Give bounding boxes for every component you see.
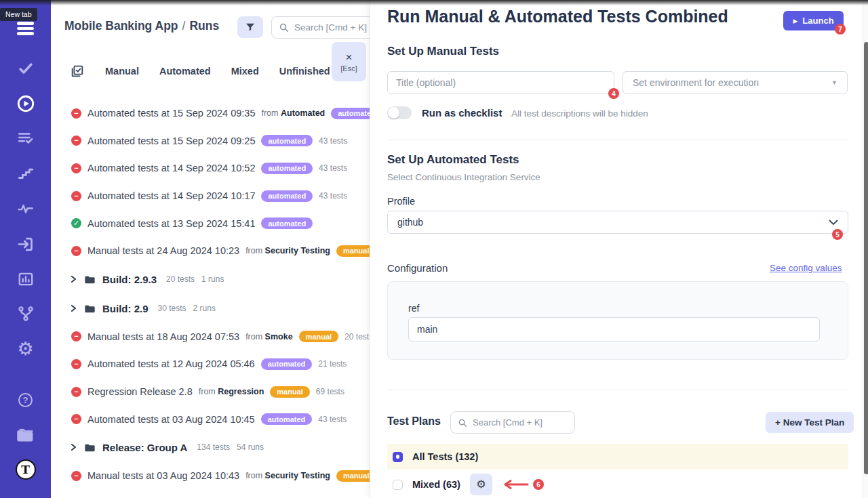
folder-name: Build: 2.9 <box>102 303 149 314</box>
profile-select[interactable]: github <box>387 211 848 234</box>
plan-row-mixed[interactable]: Mixed (63) ⚙ 6 <box>387 472 848 497</box>
run-status-icon: − <box>71 414 81 424</box>
filter-icon <box>245 22 256 33</box>
tab-manual[interactable]: Manual <box>105 66 139 77</box>
chevron-right-icon[interactable] <box>70 275 77 283</box>
annotation-arrow <box>502 480 529 489</box>
run-title: Regression Release 2.8 <box>87 386 193 397</box>
run-type-badge: manual <box>270 386 310 398</box>
run-tests-count: 21 tests <box>318 359 347 369</box>
esc-hint: [Esc] <box>340 64 357 72</box>
breadcrumb-page: Runs <box>189 19 219 33</box>
page-scrollbar[interactable] <box>863 0 868 498</box>
folder-name: Release: Group A <box>102 442 187 453</box>
testomat-logo[interactable]: T <box>0 459 51 480</box>
manual-section-heading: Set Up Manual Tests <box>387 45 499 58</box>
run-tests-count: 43 tests <box>319 136 347 146</box>
folder-tests-count: 20 tests <box>166 274 195 284</box>
menu-icon[interactable] <box>0 20 51 37</box>
folder-runs-count: 2 runs <box>193 304 216 313</box>
folder-icon <box>84 442 96 453</box>
environment-select[interactable]: Set environment for execution ▼ <box>623 71 848 94</box>
plan-row-all-tests[interactable]: All Tests (132) <box>387 444 848 470</box>
mixed-label: Mixed (63) <box>412 479 460 490</box>
tab-mixed[interactable]: Mixed <box>231 66 259 77</box>
run-source: from Security Testing <box>245 471 330 480</box>
run-type-badge: manual <box>299 331 339 342</box>
runs-tabs: Manual Automated Mixed Unfinished <box>70 64 330 79</box>
mixed-checkbox[interactable] <box>393 480 403 490</box>
ref-label: ref <box>408 303 419 314</box>
run-title-input[interactable] <box>387 71 614 94</box>
tab-unfinished[interactable]: Unfinished <box>279 66 330 77</box>
run-tests-count: 43 tests <box>319 191 347 201</box>
run-type-badge: automated <box>261 217 313 229</box>
breadcrumb[interactable]: Mobile Banking App/Runs <box>64 19 219 33</box>
sign-in-icon[interactable] <box>0 235 51 253</box>
checklist-toggle-hint: All test descriptions will be hidden <box>511 108 648 119</box>
divider <box>387 140 848 140</box>
run-type-badge: automated <box>261 135 313 146</box>
run-source: from Security Testing <box>245 246 330 255</box>
check-icon[interactable] <box>0 61 51 76</box>
run-status-icon: − <box>71 108 81 119</box>
chevron-down-icon <box>829 220 838 226</box>
run-status-icon: − <box>71 191 81 201</box>
play-circle-icon[interactable] <box>0 94 51 113</box>
run-title: Automated tests at 15 Sep 2024 09:35 <box>87 108 255 119</box>
test-plans-search-input[interactable] <box>473 417 561 428</box>
folder-runs-count: 54 runs <box>237 442 264 452</box>
tab-automated[interactable]: Automated <box>159 66 211 77</box>
all-tests-checkbox[interactable] <box>393 452 403 462</box>
run-status-icon: ✓ <box>71 218 81 228</box>
run-title: Automated tests at 15 Sep 2024 09:25 <box>87 136 255 146</box>
gear-icon[interactable]: ⚙ <box>0 339 51 359</box>
run-status-icon: − <box>71 471 81 481</box>
run-status-icon: − <box>71 246 81 256</box>
filter-button[interactable] <box>237 16 263 38</box>
search-icon <box>458 418 467 428</box>
page-scrollbar-thumb[interactable] <box>864 42 868 474</box>
branch-icon[interactable] <box>0 305 51 323</box>
checklist-toggle-label: Run as checklist <box>422 107 502 119</box>
configuration-label: Configuration <box>387 262 448 274</box>
plan-settings-button[interactable]: ⚙ <box>470 474 492 495</box>
help-icon[interactable]: ? <box>0 392 51 407</box>
runs-panel: Mobile Banking App/Runs Manual Automated… <box>51 0 373 498</box>
pulse-icon[interactable] <box>0 201 51 217</box>
caret-down-icon: ▼ <box>831 79 837 86</box>
ref-input[interactable] <box>408 317 820 341</box>
run-title: Automated tests at 14 Sep 2024 10:17 <box>87 190 255 201</box>
folder-tests-count: 30 tests <box>158 304 186 313</box>
checklist-toggle[interactable] <box>387 106 412 119</box>
folder-icon[interactable] <box>0 425 51 444</box>
steps-icon[interactable] <box>0 165 51 182</box>
test-plans-search[interactable] <box>450 411 575 434</box>
run-source: from Automated <box>261 108 325 118</box>
run-tests-count: 20 tests <box>344 332 373 341</box>
environment-placeholder: Set environment for execution <box>633 77 759 88</box>
see-config-link[interactable]: See config values <box>770 263 842 273</box>
checklist-icon[interactable] <box>70 64 85 79</box>
divider <box>387 390 848 390</box>
list-check-icon[interactable] <box>0 130 51 146</box>
step-badge-4: 4 <box>608 88 619 99</box>
chevron-right-icon[interactable] <box>70 304 77 312</box>
bar-chart-icon[interactable] <box>0 270 51 288</box>
run-source: from Smoke <box>245 332 292 341</box>
run-tests-count: 43 tests <box>318 415 347 424</box>
run-title: Automated tests at 03 Aug 2024 10:45 <box>87 414 255 425</box>
play-icon: ▶ <box>793 18 797 24</box>
chevron-right-icon[interactable] <box>70 443 77 451</box>
run-title: Manual tests at 03 Aug 2024 10:43 <box>87 470 239 481</box>
test-plans-heading: Test Plans <box>387 415 441 428</box>
close-panel-button[interactable]: × [Esc] <box>332 42 366 81</box>
profile-value: github <box>397 217 423 228</box>
run-type-badge: automated <box>261 413 313 425</box>
sidebar: New tab ⚙ ? T <box>0 0 51 498</box>
breadcrumb-project[interactable]: Mobile Banking App <box>64 19 178 33</box>
run-status-icon: − <box>71 387 81 397</box>
new-test-plan-button[interactable]: + New Test Plan <box>766 412 854 433</box>
step-badge-7: 7 <box>835 24 846 35</box>
automated-section-heading: Set Up Automated Tests <box>387 153 519 167</box>
